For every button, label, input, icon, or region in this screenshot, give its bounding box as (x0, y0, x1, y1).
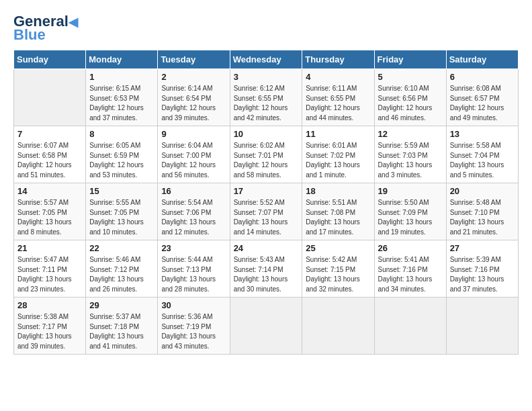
day-number: 8 (89, 129, 154, 139)
day-info: Sunrise: 6:11 AM Sunset: 6:55 PM Dayligh… (306, 84, 370, 123)
day-number: 17 (234, 186, 299, 196)
day-info: Sunrise: 6:12 AM Sunset: 6:55 PM Dayligh… (234, 84, 299, 123)
weekday-header-friday: Friday (374, 50, 446, 69)
day-info: Sunrise: 5:38 AM Sunset: 7:17 PM Dayligh… (17, 312, 82, 351)
day-cell: 2Sunrise: 6:14 AM Sunset: 6:54 PM Daylig… (158, 69, 230, 126)
calendar-table: SundayMondayTuesdayWednesdayThursdayFrid… (13, 50, 519, 355)
day-cell: 14Sunrise: 5:57 AM Sunset: 7:05 PM Dayli… (14, 183, 86, 240)
weekday-header-monday: Monday (86, 50, 158, 69)
day-cell: 8Sunrise: 6:05 AM Sunset: 6:59 PM Daylig… (86, 126, 158, 183)
day-info: Sunrise: 5:47 AM Sunset: 7:11 PM Dayligh… (17, 255, 82, 294)
day-cell: 29Sunrise: 5:37 AM Sunset: 7:18 PM Dayli… (86, 298, 158, 355)
day-number: 22 (89, 243, 154, 253)
day-number: 5 (378, 72, 443, 82)
day-cell (446, 298, 518, 355)
day-cell: 25Sunrise: 5:42 AM Sunset: 7:15 PM Dayli… (302, 240, 374, 298)
day-info: Sunrise: 5:52 AM Sunset: 7:07 PM Dayligh… (234, 198, 299, 237)
day-cell: 3Sunrise: 6:12 AM Sunset: 6:55 PM Daylig… (230, 69, 302, 126)
day-cell (230, 298, 302, 355)
day-info: Sunrise: 5:58 AM Sunset: 7:04 PM Dayligh… (450, 141, 515, 180)
day-info: Sunrise: 5:44 AM Sunset: 7:13 PM Dayligh… (161, 255, 226, 294)
day-info: Sunrise: 5:55 AM Sunset: 7:05 PM Dayligh… (89, 198, 154, 237)
day-number: 21 (17, 243, 82, 253)
day-info: Sunrise: 6:10 AM Sunset: 6:56 PM Dayligh… (378, 84, 443, 123)
day-info: Sunrise: 5:54 AM Sunset: 7:06 PM Dayligh… (161, 198, 226, 237)
day-cell: 27Sunrise: 5:39 AM Sunset: 7:16 PM Dayli… (446, 240, 518, 298)
day-cell: 15Sunrise: 5:55 AM Sunset: 7:05 PM Dayli… (86, 183, 158, 240)
day-cell: 17Sunrise: 5:52 AM Sunset: 7:07 PM Dayli… (230, 183, 302, 240)
day-number: 14 (17, 186, 82, 196)
day-cell: 11Sunrise: 6:01 AM Sunset: 7:02 PM Dayli… (302, 126, 374, 183)
day-info: Sunrise: 5:48 AM Sunset: 7:10 PM Dayligh… (450, 198, 515, 237)
weekday-header-tuesday: Tuesday (158, 50, 230, 69)
day-cell: 20Sunrise: 5:48 AM Sunset: 7:10 PM Dayli… (446, 183, 518, 240)
logo: General◀ Blue (13, 13, 78, 43)
day-number: 25 (306, 243, 370, 253)
calendar-body: 1Sunrise: 6:15 AM Sunset: 6:53 PM Daylig… (14, 69, 519, 355)
day-info: Sunrise: 5:36 AM Sunset: 7:19 PM Dayligh… (161, 312, 226, 351)
day-info: Sunrise: 5:46 AM Sunset: 7:12 PM Dayligh… (89, 255, 154, 294)
day-info: Sunrise: 5:43 AM Sunset: 7:14 PM Dayligh… (234, 255, 299, 294)
day-number: 18 (306, 186, 370, 196)
day-cell: 6Sunrise: 6:08 AM Sunset: 6:57 PM Daylig… (446, 69, 518, 126)
day-info: Sunrise: 5:41 AM Sunset: 7:16 PM Dayligh… (378, 255, 443, 294)
day-cell: 26Sunrise: 5:41 AM Sunset: 7:16 PM Dayli… (374, 240, 446, 298)
day-number: 16 (161, 186, 226, 196)
week-row-2: 7Sunrise: 6:07 AM Sunset: 6:58 PM Daylig… (14, 126, 519, 183)
day-number: 20 (450, 186, 515, 196)
day-info: Sunrise: 6:04 AM Sunset: 7:00 PM Dayligh… (161, 141, 226, 180)
day-cell: 13Sunrise: 5:58 AM Sunset: 7:04 PM Dayli… (446, 126, 518, 183)
day-number: 11 (306, 129, 370, 139)
day-number: 2 (161, 72, 226, 82)
day-number: 13 (450, 129, 515, 139)
day-cell: 5Sunrise: 6:10 AM Sunset: 6:56 PM Daylig… (374, 69, 446, 126)
weekday-header-sunday: Sunday (14, 50, 86, 69)
day-info: Sunrise: 6:07 AM Sunset: 6:58 PM Dayligh… (17, 141, 82, 180)
day-info: Sunrise: 5:57 AM Sunset: 7:05 PM Dayligh… (17, 198, 82, 237)
day-cell: 12Sunrise: 5:59 AM Sunset: 7:03 PM Dayli… (374, 126, 446, 183)
weekday-header-wednesday: Wednesday (230, 50, 302, 69)
day-cell: 7Sunrise: 6:07 AM Sunset: 6:58 PM Daylig… (14, 126, 86, 183)
day-number: 29 (89, 300, 154, 310)
day-info: Sunrise: 6:14 AM Sunset: 6:54 PM Dayligh… (161, 84, 226, 123)
weekday-header-thursday: Thursday (302, 50, 374, 69)
day-cell: 18Sunrise: 5:51 AM Sunset: 7:08 PM Dayli… (302, 183, 374, 240)
day-number: 12 (378, 129, 443, 139)
day-number: 10 (234, 129, 299, 139)
day-info: Sunrise: 6:02 AM Sunset: 7:01 PM Dayligh… (234, 141, 299, 180)
day-cell: 21Sunrise: 5:47 AM Sunset: 7:11 PM Dayli… (14, 240, 86, 298)
day-cell: 9Sunrise: 6:04 AM Sunset: 7:00 PM Daylig… (158, 126, 230, 183)
day-number: 19 (378, 186, 443, 196)
logo-blue: Blue (13, 27, 46, 43)
day-info: Sunrise: 5:50 AM Sunset: 7:09 PM Dayligh… (378, 198, 443, 237)
day-number: 15 (89, 186, 154, 196)
day-cell: 10Sunrise: 6:02 AM Sunset: 7:01 PM Dayli… (230, 126, 302, 183)
day-info: Sunrise: 6:01 AM Sunset: 7:02 PM Dayligh… (306, 141, 370, 180)
day-info: Sunrise: 5:59 AM Sunset: 7:03 PM Dayligh… (378, 141, 443, 180)
day-info: Sunrise: 6:15 AM Sunset: 6:53 PM Dayligh… (89, 84, 154, 123)
day-info: Sunrise: 5:39 AM Sunset: 7:16 PM Dayligh… (450, 255, 515, 294)
day-info: Sunrise: 5:37 AM Sunset: 7:18 PM Dayligh… (89, 312, 154, 351)
day-cell: 24Sunrise: 5:43 AM Sunset: 7:14 PM Dayli… (230, 240, 302, 298)
day-number: 23 (161, 243, 226, 253)
week-row-1: 1Sunrise: 6:15 AM Sunset: 6:53 PM Daylig… (14, 69, 519, 126)
day-info: Sunrise: 5:51 AM Sunset: 7:08 PM Dayligh… (306, 198, 370, 237)
day-number: 9 (161, 129, 226, 139)
day-cell (374, 298, 446, 355)
day-cell: 4Sunrise: 6:11 AM Sunset: 6:55 PM Daylig… (302, 69, 374, 126)
day-cell: 28Sunrise: 5:38 AM Sunset: 7:17 PM Dayli… (14, 298, 86, 355)
day-cell: 23Sunrise: 5:44 AM Sunset: 7:13 PM Dayli… (158, 240, 230, 298)
day-cell: 30Sunrise: 5:36 AM Sunset: 7:19 PM Dayli… (158, 298, 230, 355)
day-number: 26 (378, 243, 443, 253)
page-header: General◀ Blue (13, 13, 519, 43)
day-info: Sunrise: 6:08 AM Sunset: 6:57 PM Dayligh… (450, 84, 515, 123)
day-number: 6 (450, 72, 515, 82)
day-cell: 19Sunrise: 5:50 AM Sunset: 7:09 PM Dayli… (374, 183, 446, 240)
weekday-header-row: SundayMondayTuesdayWednesdayThursdayFrid… (14, 50, 519, 69)
day-number: 24 (234, 243, 299, 253)
day-info: Sunrise: 5:42 AM Sunset: 7:15 PM Dayligh… (306, 255, 370, 294)
week-row-4: 21Sunrise: 5:47 AM Sunset: 7:11 PM Dayli… (14, 240, 519, 298)
day-cell (14, 69, 86, 126)
day-cell (302, 298, 374, 355)
day-number: 1 (89, 72, 154, 82)
